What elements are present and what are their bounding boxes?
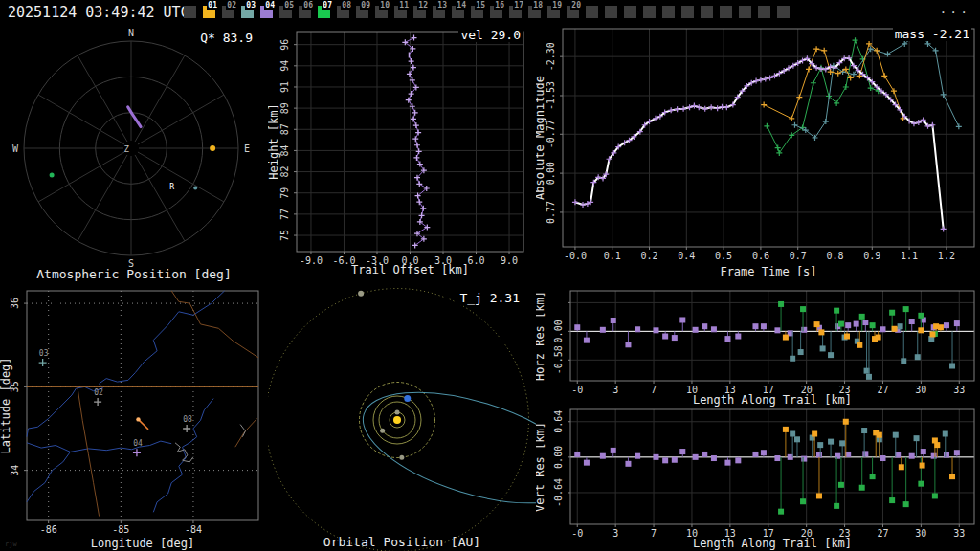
station-square-blank[interactable] (739, 6, 751, 18)
station-square-blank[interactable] (681, 6, 694, 18)
station-square-blank[interactable] (720, 6, 732, 18)
station-square-08[interactable]: 08 (337, 6, 349, 18)
station-square-01[interactable]: 01 (203, 6, 215, 18)
station-square-blank[interactable] (758, 6, 770, 18)
station-square-04[interactable]: 04 (260, 6, 273, 18)
data-point-marker (653, 454, 658, 460)
river-line (27, 441, 171, 452)
x-tick-label: -0.0 (564, 251, 587, 261)
sky-caption: Atmospheric Position [deg] (0, 267, 268, 281)
light-curve-panel: -0.00.10.20.40.50.60.70.80.91.11.20.770.… (536, 25, 980, 283)
y-tick-label: -0.58 (553, 345, 564, 374)
data-point-marker (934, 442, 940, 448)
station-square-12[interactable]: 12 (413, 6, 426, 18)
x-tick-label: 0.7 (790, 251, 807, 261)
data-point-marker (572, 199, 578, 205)
y-tick-label: 82 (279, 166, 290, 178)
data-point-marker (891, 88, 897, 94)
data-point-marker (941, 226, 947, 231)
y-tick-label: 0.00 (546, 162, 556, 185)
series-line-station-01-lightcurve (764, 44, 902, 119)
y-tick-label: 79 (279, 187, 290, 199)
station-square-blank[interactable] (662, 6, 675, 18)
x-tick-label: 33 (953, 385, 965, 395)
orbit-chart (268, 283, 536, 551)
station-number: 12 (417, 1, 429, 10)
station-square-blank[interactable] (605, 6, 617, 18)
station-square-18[interactable]: 18 (528, 6, 541, 18)
station-square-16[interactable]: 16 (490, 6, 502, 18)
data-point-marker (834, 503, 839, 509)
station-square-06[interactable]: 06 (299, 6, 311, 18)
sky-position-panel: NESWZR Q* 83.9 Atmospheric Position [deg… (0, 25, 268, 283)
station-square-09[interactable]: 09 (356, 6, 368, 18)
x-tick-label: 0.8 (826, 251, 843, 261)
station-square-blank[interactable] (643, 6, 656, 18)
station-square-blank[interactable] (624, 6, 636, 18)
station-square-blank[interactable] (586, 6, 598, 18)
station-square-03[interactable]: 03 (241, 6, 254, 18)
sun-dot (393, 416, 401, 424)
data-point-marker (834, 308, 839, 314)
data-point-marker (938, 324, 944, 330)
data-point-marker (679, 449, 685, 454)
data-point-marker (778, 509, 784, 515)
data-point-marker (903, 501, 909, 507)
sky-spoke (78, 155, 127, 241)
compass-east: E (244, 143, 250, 154)
axes-frame (570, 409, 974, 524)
data-point-marker (918, 481, 924, 487)
data-point-marker (854, 321, 859, 327)
station-marker-08 (183, 425, 190, 432)
data-point-marker (801, 327, 807, 333)
data-point-marker (929, 122, 935, 128)
station-square-17[interactable]: 17 (509, 6, 522, 18)
station-square-02[interactable]: 02 (222, 6, 234, 18)
x-tick-label: -9.0 (300, 255, 323, 266)
y-tick-label: -0.77 (546, 120, 556, 148)
ground-trail-line (138, 419, 148, 429)
data-point-marker (800, 306, 806, 312)
x-tick-label: 9.0 (501, 255, 518, 266)
sky-spoke (135, 155, 185, 241)
data-point-marker (416, 181, 422, 187)
station-square-19[interactable]: 19 (547, 6, 560, 18)
data-point-marker (693, 454, 699, 460)
data-point-marker (838, 482, 844, 488)
data-point-marker (412, 136, 418, 142)
data-point-marker (763, 76, 768, 81)
data-point-marker (758, 77, 764, 83)
station-square-20[interactable]: 20 (567, 6, 579, 18)
station-square-11[interactable]: 11 (394, 6, 407, 18)
station-square-14[interactable]: 14 (452, 6, 464, 18)
data-point-marker (909, 319, 915, 324)
data-point-marker (915, 354, 921, 360)
station-square-13[interactable]: 13 (433, 6, 445, 18)
station-square-blank[interactable] (701, 6, 713, 18)
y-tick-label: 0.00 (553, 320, 564, 342)
data-point-marker (675, 106, 680, 112)
station-number: 18 (532, 1, 544, 10)
station-square-15[interactable]: 15 (471, 6, 483, 18)
series-line-station-07-lightcurve (767, 40, 878, 153)
overflow-menu[interactable]: ... (940, 2, 970, 16)
station-square-07[interactable]: 07 (318, 6, 330, 18)
station-square-10[interactable]: 10 (375, 6, 388, 18)
data-point-marker (859, 314, 865, 320)
station-number: 20 (570, 1, 582, 10)
data-point-marker (778, 301, 784, 307)
data-point-marker (921, 449, 926, 454)
y-tick-label: -0.64 (553, 478, 564, 507)
data-point-marker (406, 53, 412, 58)
station-square-05[interactable]: 05 (279, 6, 292, 18)
data-point-marker (420, 206, 426, 211)
station-square-blank[interactable] (184, 6, 196, 18)
data-point-marker (791, 122, 797, 128)
sky-object-dot (193, 186, 197, 189)
timestamp: 20251124 03:49:42 UTC (8, 4, 189, 21)
station-square-blank[interactable] (777, 6, 790, 18)
x-tick-label: 30 (915, 528, 926, 539)
data-point-marker (835, 453, 840, 459)
station-number: 17 (513, 1, 524, 10)
data-point-marker (775, 145, 781, 151)
